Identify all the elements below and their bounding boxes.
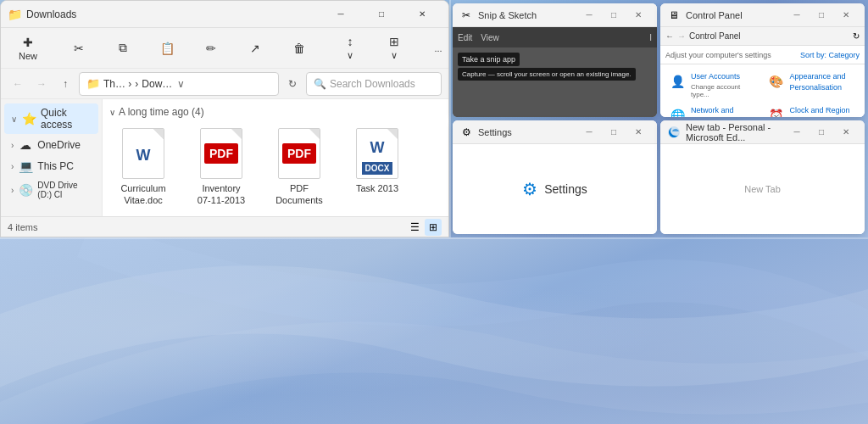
address-path[interactable]: 📁 Th… › › Dow… ∨ xyxy=(79,72,279,96)
section-label: A long time ago (4) xyxy=(119,106,204,118)
pdf-file-icon-1: PDF xyxy=(200,128,242,179)
cp-nav-back[interactable]: ← xyxy=(665,31,674,41)
sidebar-item-label: OneDrive xyxy=(37,139,81,151)
content-area: ∨ ⭐ Quick access › ☁ OneDrive › 💻 This P… xyxy=(1,99,448,216)
cp-title: Control Panel xyxy=(686,10,780,20)
file-name-inventory: Inventory07-11-2013 xyxy=(198,182,245,207)
cp-nav-forward[interactable]: → xyxy=(677,31,686,41)
word-icon-letter: W xyxy=(370,139,385,157)
edge-content: New Tab xyxy=(660,144,865,234)
snip-view[interactable]: View xyxy=(481,33,499,42)
refresh-button[interactable]: ↻ xyxy=(282,74,303,94)
new-button[interactable]: ✚ New xyxy=(8,32,48,64)
file-icon-container-inv: PDF xyxy=(196,128,247,179)
paste-button[interactable]: 📋 xyxy=(147,38,187,59)
view-icon: ⊞ xyxy=(389,35,399,48)
sort-icon: ↕ xyxy=(348,35,353,48)
this-pc-icon: 💻 xyxy=(19,159,32,173)
file-item-inventory[interactable]: PDF Inventory07-11-2013 xyxy=(187,125,255,210)
delete-button[interactable]: 🗑 xyxy=(279,38,320,59)
dvd-icon: 💿 xyxy=(19,183,32,197)
window-controls: ─ □ ✕ xyxy=(321,1,442,28)
cp-users-label: User Accounts xyxy=(691,71,760,82)
rename-button[interactable]: ✏ xyxy=(191,38,231,59)
cp-nav-refresh[interactable]: ↻ xyxy=(853,31,860,41)
sidebar-item-this-pc[interactable]: › 💻 This PC xyxy=(4,156,98,176)
snip-maximize[interactable]: □ xyxy=(602,7,626,24)
close-button[interactable]: ✕ xyxy=(403,1,442,28)
snip-icon: ✂ xyxy=(459,8,473,22)
sidebar-item-onedrive[interactable]: › ☁ OneDrive xyxy=(4,135,98,155)
chevron-right-icon-2: › xyxy=(11,162,14,171)
snip-close[interactable]: ✕ xyxy=(626,7,650,24)
doc-fold-2 xyxy=(231,129,242,139)
settings-maximize[interactable]: □ xyxy=(602,124,626,141)
edge-maximize[interactable]: □ xyxy=(810,124,833,141)
cp-users-sub: Change account type... xyxy=(691,83,760,98)
edge-minimize[interactable]: ─ xyxy=(785,124,809,141)
cut-button[interactable]: ✂ xyxy=(58,38,99,59)
up-button[interactable]: ↑ xyxy=(55,74,75,94)
cp-icon: 🖥 xyxy=(667,8,681,22)
edge-window: New tab - Personal - Microsoft Ed... ─ □… xyxy=(660,120,865,234)
cp-maximize[interactable]: □ xyxy=(810,7,833,24)
file-item-pdfdocs[interactable]: PDF PDF Documents xyxy=(265,125,333,210)
settings-content: ⚙ Settings xyxy=(453,144,657,234)
back-button[interactable]: ← xyxy=(8,74,28,94)
file-item-task[interactable]: W DOCX Task 2013 xyxy=(343,125,411,210)
toolbar: ✚ New ✂ ⧉ 📋 ✏ ↗ 🗑 ↕ ∨ ⊞ ∨ xyxy=(1,28,448,69)
cp-minimize[interactable]: ─ xyxy=(785,7,809,24)
cp-content-area: ← → Control Panel ↻ Adjust your computer… xyxy=(660,27,865,117)
cp-category-users[interactable]: 👤 User Accounts Change account type... xyxy=(665,70,761,100)
snip-minimize[interactable]: ─ xyxy=(577,7,601,24)
forward-button[interactable]: → xyxy=(31,74,52,94)
section-chevron-icon[interactable]: ∨ xyxy=(109,108,115,117)
list-view-button[interactable]: ☰ xyxy=(406,219,423,236)
cp-category-clock[interactable]: ⏰ Clock and Region Change date, time... xyxy=(765,103,860,117)
sidebar-item-label: This PC xyxy=(37,160,74,172)
cp-sort-text[interactable]: Sort by: Category xyxy=(800,51,860,59)
cp-header-bar: Adjust your computer's settings Sort by:… xyxy=(660,46,865,64)
items-count: 4 items xyxy=(8,222,37,232)
sidebar-item-dvd[interactable]: › 💿 DVD Drive (D:) Cl xyxy=(4,177,98,203)
share-button[interactable]: ↗ xyxy=(235,38,275,59)
search-box[interactable]: 🔍 Search Downloads xyxy=(306,72,442,96)
snip-toolbar: Edit View I xyxy=(453,27,657,47)
file-item-cv[interactable]: W CurriculumVitae.doc xyxy=(109,125,177,210)
settings-label-text: Settings xyxy=(544,182,587,196)
paste-icon: 📋 xyxy=(160,42,175,55)
doc-fold-4 xyxy=(387,129,398,139)
grid-view-button[interactable]: ⊞ xyxy=(425,219,442,236)
cp-window-controls: ─ □ ✕ xyxy=(785,7,858,24)
edge-window-controls: ─ □ ✕ xyxy=(785,124,858,141)
sidebar: ∨ ⭐ Quick access › ☁ OneDrive › 💻 This P… xyxy=(1,99,103,216)
vertical-separator xyxy=(449,0,451,237)
search-icon: 🔍 xyxy=(314,78,326,90)
chevron-down-icon: ∨ xyxy=(11,114,17,124)
snip-edit[interactable]: Edit xyxy=(458,33,472,42)
cp-users-icon: 👤 xyxy=(667,71,687,92)
maximize-button[interactable]: □ xyxy=(362,1,401,28)
more-button[interactable]: ... xyxy=(418,40,449,57)
sort-button[interactable]: ↕ ∨ xyxy=(330,31,370,64)
copy-button[interactable]: ⧉ xyxy=(103,37,143,59)
settings-minimize[interactable]: ─ xyxy=(577,124,601,141)
cp-close[interactable]: ✕ xyxy=(834,7,858,24)
settings-close[interactable]: ✕ xyxy=(626,124,650,141)
minimize-button[interactable]: ─ xyxy=(321,1,360,28)
file-icon-container-task: W DOCX xyxy=(352,128,403,179)
edge-close[interactable]: ✕ xyxy=(834,124,858,141)
desktop-swirl xyxy=(0,237,868,424)
view-button[interactable]: ⊞ ∨ xyxy=(374,31,415,64)
edge-title-bar: New tab - Personal - Microsoft Ed... ─ □… xyxy=(660,120,865,144)
right-side-windows: ✂ Snip & Sketch ─ □ ✕ Edit View I Take a… xyxy=(449,0,868,237)
title-bar: 📁 Downloads ─ □ ✕ xyxy=(1,1,448,28)
share-icon: ↗ xyxy=(250,42,260,55)
doc-file-icon: W xyxy=(122,128,164,179)
sidebar-item-quick-access[interactable]: ∨ ⭐ Quick access xyxy=(4,103,98,134)
cp-category-network[interactable]: 🌐 Network and Internet View network stat… xyxy=(665,103,761,117)
cp-appearance-icon: 🎨 xyxy=(766,71,787,92)
cp-category-appearance[interactable]: 🎨 Appearance and Personalisation xyxy=(765,70,860,100)
path-dropdown[interactable]: ∨ xyxy=(177,78,185,90)
pdf-badge-2: PDF xyxy=(282,143,316,164)
